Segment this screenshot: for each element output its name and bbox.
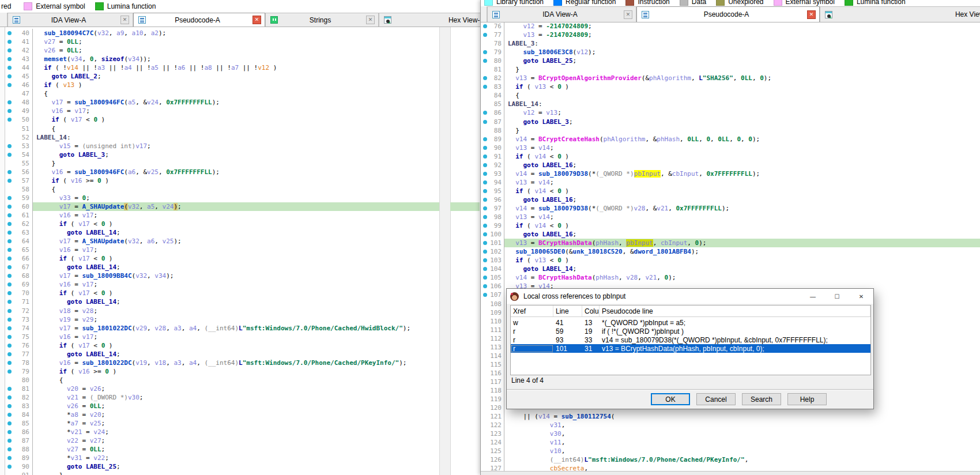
code-line-60[interactable]: 60 v17 = A_SHAUpdate(v32, a5, v24); [5,202,439,211]
code-line-48[interactable]: 48 v17 = sub_1800946FC(a5, &v24, 0x7FFFF… [5,98,439,107]
code-line-55[interactable]: 55 } [5,159,439,168]
code-line-81[interactable]: 81 } [481,65,980,74]
code-line-125[interactable]: 125 v10, [481,447,980,455]
code-line-54[interactable]: 54 goto LABEL_3; [5,150,439,159]
dialog-title-bar[interactable]: Local cross references to pbInput —☐✕ [507,289,873,304]
code-line-81[interactable]: 81 v20 = v26; [5,384,439,393]
code-line-124[interactable]: 124 v11, [481,438,980,447]
code-line-50[interactable]: 50 if ( v17 < 0 ) [5,115,439,124]
code-line-72[interactable]: 72 v18 = v28; [5,307,439,315]
tab-pseudocode-a[interactable]: Pseudocode-A✕ [133,13,265,27]
code-line-62[interactable]: 62 if ( v17 < 0 ) [5,220,439,228]
code-line-98[interactable]: 98 v13 = v14; [481,213,980,221]
code-line-61[interactable]: 61 v16 = v17; [5,211,439,220]
code-line-45[interactable]: 45 goto LABEL_2; [5,72,439,81]
code-line-85[interactable]: 85LABEL_14: [481,100,980,108]
code-line-79[interactable]: 79 if ( v16 >= 0 ) [5,367,439,376]
code-line-94[interactable]: 94 v13 = v14; [481,178,980,187]
column-header[interactable]: Colum [582,306,600,316]
tab-close-icon[interactable]: ✕ [624,10,632,19]
tab-hex-view-1[interactable]: Hex View-1 [379,13,480,27]
code-line-87[interactable]: 87 goto LABEL_3; [481,118,980,126]
close-icon[interactable]: ✕ [849,289,873,304]
code-line-103[interactable]: 103 if ( v13 < 0 ) [481,256,980,265]
code-line-68[interactable]: 68 v17 = sub_18009BB4C(v32, v34); [5,272,439,280]
code-line-63[interactable]: 63 goto LABEL_14; [5,228,439,237]
code-line-89[interactable]: 89 *v31 = v22; [5,454,439,462]
code-line-100[interactable]: 100 goto LABEL_16; [481,230,980,239]
code-line-75[interactable]: 75 v16 = v17; [5,333,439,341]
code-line-84[interactable]: 84 { [481,91,980,100]
code-line-123[interactable]: 123 v30, [481,429,980,438]
code-line-67[interactable]: 67 goto LABEL_14; [5,263,439,272]
code-line-80[interactable]: 80 { [5,376,439,384]
code-line-90[interactable]: 90 goto LABEL_25; [5,462,439,471]
code-line-58[interactable]: 58 { [5,185,439,194]
code-line-78[interactable]: 78 v16 = sub_1801022DC(v19, v18, a3, a4,… [5,359,439,367]
code-line-77[interactable]: 77 v13 = -2147024809; [481,31,980,39]
code-line-82[interactable]: 82 v13 = BCryptOpenAlgorithmProvider(&ph… [481,74,980,82]
code-line-71[interactable]: 71 goto LABEL_14; [5,297,439,306]
tab-close-icon[interactable]: ✕ [120,16,129,24]
code-line-89[interactable]: 89 v14 = BCryptCreateHash(phAlgorithm, &… [481,135,980,144]
code-line-76[interactable]: 76 if ( v17 < 0 ) [5,341,439,350]
code-line-99[interactable]: 99 if ( v14 < 0 ) [481,221,980,230]
code-line-49[interactable]: 49 v16 = v17; [5,107,439,115]
code-line-51[interactable]: 51 { [5,125,439,133]
code-line-40[interactable]: 40 sub_180094C7C(v32, a9, a10, a2); [5,29,439,37]
code-line-122[interactable]: 122 v31, [481,421,980,429]
xref-row[interactable]: w4113*(_QWORD *)pbInput = a5; [511,318,870,327]
code-line-82[interactable]: 82 v21 = (_DWORD *)v30; [5,393,439,402]
code-line-43[interactable]: 43 memset(v34, 0, sizeof(v34)); [5,55,439,63]
help-button[interactable]: Help [787,393,827,405]
column-header[interactable]: Line [553,306,582,316]
code-line-46[interactable]: 46 if ( v13 ) [5,81,439,89]
code-line-93[interactable]: 93 v14 = sub_180079D38(*(_QWORD *)pbInpu… [481,169,980,178]
code-line-85[interactable]: 85 *a7 = v25; [5,419,439,428]
code-line-92[interactable]: 92 goto LABEL_16; [481,161,980,169]
tab-strings[interactable]: Strings✕ [265,13,379,27]
code-line-78[interactable]: 78LABEL_3: [481,39,980,48]
code-line-74[interactable]: 74 v17 = sub_1801022DC(v29, v28, a3, a4,… [5,324,439,333]
column-header[interactable]: Pseudocode line [600,306,870,316]
code-line-79[interactable]: 79 sub_18006E3C8(v12); [481,48,980,56]
code-line-91[interactable]: 91 if ( v14 < 0 ) [481,152,980,161]
search-button[interactable]: Search [742,393,781,405]
code-line-57[interactable]: 57 if ( v16 >= 0 ) [5,176,439,185]
code-line-73[interactable]: 73 v19 = v29; [5,315,439,324]
code-line-52[interactable]: 52LABEL_14: [5,133,439,142]
code-line-83[interactable]: 83 v26 = 0LL; [5,402,439,410]
code-line-88[interactable]: 88 } [481,126,980,135]
ok-button[interactable]: OK [651,393,690,405]
code-line-42[interactable]: 42 v26 = 0LL; [5,46,439,55]
code-line-95[interactable]: 95 if ( v14 < 0 ) [481,187,980,195]
column-header[interactable]: Xref [511,306,553,316]
code-line-41[interactable]: 41 v27 = 0LL; [5,37,439,46]
code-line-64[interactable]: 64 v17 = A_SHAUpdate(v32, a6, v25); [5,237,439,246]
cancel-button[interactable]: Cancel [696,393,736,405]
tab-ida-view-a[interactable]: IDA View-A✕ [7,13,133,27]
xref-row[interactable]: r5919if ( !*(_QWORD *)pbInput ) [511,327,870,335]
code-line-88[interactable]: 88 v27 = 0LL; [5,445,439,454]
code-line-56[interactable]: 56 v16 = sub_1800946FC(a6, &v25, 0x7FFFF… [5,168,439,176]
code-line-102[interactable]: 102 sub_180065DE0(&unk_18018C520, &dword… [481,247,980,256]
code-line-53[interactable]: 53 v15 = (unsigned int)v17; [5,142,439,150]
code-line-83[interactable]: 83 if ( v13 < 0 ) [481,82,980,91]
code-line-69[interactable]: 69 v16 = v17; [5,280,439,289]
code-line-104[interactable]: 104 goto LABEL_14; [481,265,980,273]
tab-pseudocode-a[interactable]: Pseudocode-A✕ [636,6,820,22]
code-line-86[interactable]: 86 v12 = v13; [481,108,980,117]
tab-close-icon[interactable]: ✕ [252,16,261,24]
tab-ida-view-a[interactable]: IDA View-A✕ [487,6,636,22]
code-line-65[interactable]: 65 v16 = v17; [5,246,439,254]
code-line-86[interactable]: 86 *v21 = v24; [5,428,439,436]
code-line-44[interactable]: 44 if ( !v14 || !a3 || !a4 || !a5 || !a6… [5,63,439,72]
code-line-84[interactable]: 84 *a8 = v20; [5,410,439,419]
code-line-77[interactable]: 77 goto LABEL_14; [5,350,439,359]
code-line-101[interactable]: 101 v13 = BCryptHashData(phHash, pbInput… [481,239,980,247]
code-line-87[interactable]: 87 v22 = v27; [5,436,439,445]
xref-row[interactable]: r9333v14 = sub_180079D38(*(_QWORD *)pbIn… [511,335,870,344]
code-line-90[interactable]: 90 v13 = v14; [481,144,980,152]
code-line-76[interactable]: 76 v12 = -2147024809; [481,22,980,31]
code-line-105[interactable]: 105 v14 = BCryptHashData(phHash, v28, v2… [481,273,980,282]
